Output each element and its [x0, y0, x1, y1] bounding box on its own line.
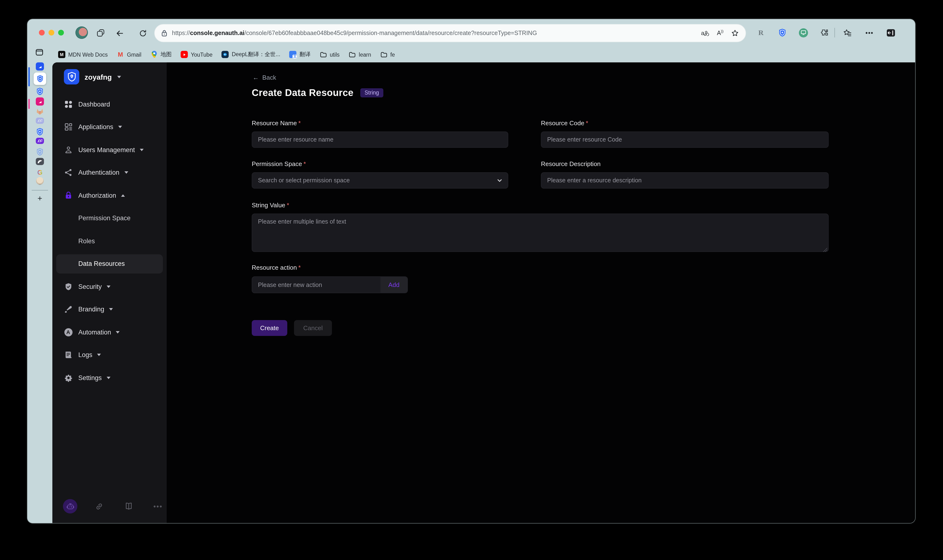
- string-value-textarea[interactable]: [252, 214, 829, 252]
- favorite-star-icon[interactable]: [731, 29, 739, 37]
- tabstrip-divider: [32, 190, 48, 191]
- back-button[interactable]: [114, 27, 125, 39]
- resource-type-badge: String: [360, 88, 383, 98]
- sidebar-toggle-icon[interactable]: [885, 27, 896, 38]
- bookmark-deepl[interactable]: DeepL翻译：全世...: [222, 51, 280, 58]
- sidebar-item-authentication[interactable]: Authentication: [56, 163, 163, 182]
- folder-icon: [349, 51, 356, 58]
- resource-description-input[interactable]: [541, 172, 829, 189]
- ai-assistant-button[interactable]: [63, 499, 77, 514]
- create-button[interactable]: Create: [252, 320, 287, 336]
- resource-name-input[interactable]: [252, 131, 508, 148]
- chevron-down-icon: [116, 331, 120, 333]
- cancel-button[interactable]: Cancel: [294, 320, 332, 336]
- main-content: ← Back Create Data Resource String Resou…: [167, 62, 915, 523]
- sidebar-footer: •••: [52, 499, 167, 514]
- bookmark-gmail[interactable]: MGmail: [117, 51, 141, 58]
- workspace-switcher[interactable]: zoyafng: [64, 69, 121, 85]
- permission-space-select[interactable]: Search or select permission space: [252, 172, 508, 189]
- genauth-logo: [64, 69, 79, 85]
- window-zoom-button[interactable]: [58, 30, 64, 35]
- tab-actions-icon[interactable]: [35, 48, 44, 57]
- deepl-icon: [222, 51, 229, 58]
- dashboard-icon: [64, 100, 73, 108]
- sidebar-item-logs[interactable]: Logs: [56, 345, 163, 365]
- window-minimize-button[interactable]: [48, 30, 54, 35]
- sidebar-item-roles[interactable]: Roles: [56, 231, 163, 251]
- sidebar-item-applications[interactable]: Applications: [56, 117, 163, 137]
- bookmark-maps[interactable]: 地图: [151, 51, 172, 58]
- tab-favicon-pink-app[interactable]: [36, 97, 44, 106]
- browser-window: https://console.genauth.ai/console/67eb6…: [28, 19, 915, 523]
- bookmark-folder-learn[interactable]: learn: [349, 51, 371, 58]
- applications-icon: [64, 123, 73, 131]
- tab-favicon-shield-faded[interactable]: [36, 148, 44, 156]
- chevron-down-icon: [124, 171, 128, 174]
- back-link[interactable]: ← Back: [253, 74, 276, 81]
- sidebar-item-data-resources[interactable]: Data Resources: [56, 254, 163, 273]
- extension-genauth-shield-icon[interactable]: [777, 27, 787, 38]
- more-menu-icon[interactable]: •••: [864, 27, 875, 38]
- sidebar-item-security[interactable]: Security: [56, 277, 163, 296]
- workspaces-icon[interactable]: [95, 27, 106, 39]
- extensions-puzzle-icon[interactable]: [819, 27, 830, 38]
- resource-action-input[interactable]: [252, 277, 380, 293]
- sidebar-item-automation[interactable]: A Automation: [56, 323, 163, 342]
- docs-book-icon[interactable]: [123, 499, 134, 514]
- new-tab-button[interactable]: +: [28, 194, 52, 203]
- tab-favicon-jenkins[interactable]: [36, 177, 44, 185]
- sidebar-item-branding[interactable]: Branding: [56, 300, 163, 319]
- add-action-button[interactable]: Add: [380, 277, 407, 293]
- tab-favicon-blue-app[interactable]: [36, 62, 44, 71]
- folder-icon: [320, 51, 327, 58]
- gear-icon: [64, 373, 73, 382]
- chevron-down-icon: [109, 308, 113, 311]
- extension-r-icon[interactable]: R: [756, 27, 766, 38]
- gmail-icon: M: [117, 51, 124, 58]
- youtube-icon: [181, 51, 188, 58]
- paintbrush-icon: [64, 305, 73, 314]
- user-icon: [64, 145, 73, 154]
- desktop: https://console.genauth.ai/console/67eb6…: [0, 0, 943, 560]
- mini-translate-icon[interactable]: aあ: [701, 29, 709, 37]
- address-bar[interactable]: https://console.genauth.ai/console/67eb6…: [154, 24, 746, 42]
- tab-favicon-gitlab[interactable]: [36, 108, 44, 115]
- lock-icon[interactable]: [161, 30, 167, 37]
- textarea-resize-handle[interactable]: [823, 248, 827, 252]
- resource-code-input[interactable]: [541, 131, 829, 148]
- resource-name-label: Resource Name*: [252, 120, 301, 127]
- window-close-button[interactable]: [39, 30, 45, 35]
- bookmark-translate[interactable]: 文 翻译: [289, 51, 310, 58]
- bookmark-folder-fe[interactable]: fe: [380, 51, 395, 58]
- refresh-button[interactable]: [137, 27, 148, 39]
- tab-favicon-purple-app[interactable]: [36, 138, 44, 144]
- collections-icon[interactable]: [842, 27, 853, 38]
- toolbar-divider: [835, 28, 835, 37]
- bookmark-mdn[interactable]: MMDN Web Docs: [58, 51, 108, 58]
- tab-active-genauth[interactable]: [34, 72, 46, 85]
- extension-monitor-icon[interactable]: [798, 27, 809, 38]
- sidebar-item-authorization[interactable]: Authorization: [56, 186, 163, 205]
- link-icon[interactable]: [94, 499, 104, 514]
- sidebar-item-permission-space[interactable]: Permission Space: [56, 209, 163, 228]
- tab-favicon-dark-app[interactable]: [36, 158, 44, 165]
- url-text: https://console.genauth.ai/console/67eb6…: [172, 30, 696, 37]
- folder-icon: [380, 51, 387, 58]
- sidebar-item-users-management[interactable]: Users Management: [56, 140, 163, 159]
- sidebar-item-dashboard[interactable]: Dashboard: [56, 95, 163, 114]
- sidebar-item-settings[interactable]: Settings: [56, 368, 163, 387]
- read-aloud-icon[interactable]: A)): [717, 29, 724, 37]
- resource-description-label: Resource Description: [541, 160, 601, 168]
- bookmark-folder-utils[interactable]: utils: [320, 51, 340, 58]
- mdn-icon: M: [58, 51, 65, 58]
- tab-favicon-google[interactable]: G: [37, 168, 43, 177]
- tab-favicon-shield[interactable]: [36, 87, 44, 95]
- bookmark-youtube[interactable]: YouTube: [181, 51, 213, 58]
- sidebar-more-icon[interactable]: •••: [152, 499, 164, 514]
- chevron-down-icon: [118, 126, 122, 128]
- back-arrow-icon: ←: [253, 74, 259, 81]
- vertical-tab-strip: G +: [28, 62, 52, 523]
- tab-favicon-shield-2[interactable]: [36, 128, 44, 136]
- tab-favicon-purple-app-faded[interactable]: [36, 118, 44, 124]
- profile-avatar[interactable]: [76, 26, 88, 39]
